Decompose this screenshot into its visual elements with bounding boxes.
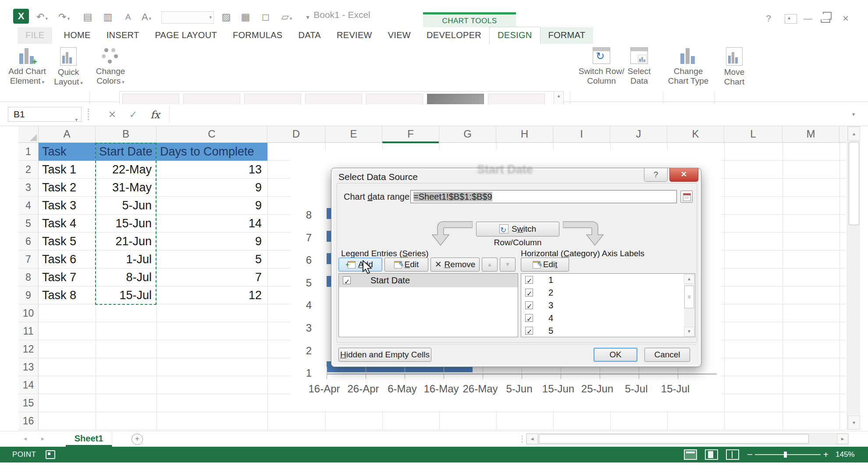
quick-layout-button[interactable]: Quick Layout [51, 47, 86, 88]
ribbon-tab[interactable]: DATA [290, 27, 329, 44]
ribbon-tab[interactable]: INSERT [99, 27, 147, 44]
row-header[interactable]: 2 [18, 161, 38, 179]
column-header[interactable]: K [667, 126, 724, 143]
ribbon-tab[interactable]: PAGE LAYOUT [147, 27, 224, 44]
days-cell[interactable]: 9 [157, 179, 267, 197]
row-header[interactable]: 6 [18, 233, 38, 251]
legend-entries-list[interactable]: Start Date [338, 273, 518, 337]
column-header[interactable]: M [783, 126, 840, 143]
task-cell[interactable]: Task 2 [39, 179, 96, 197]
new-sheet-button[interactable]: + [132, 434, 143, 445]
days-cell[interactable]: 13 [157, 161, 267, 179]
dialog-close-button[interactable]: × [669, 168, 698, 182]
legend-entry-row[interactable]: Start Date [339, 274, 518, 287]
column-header[interactable]: G [439, 126, 496, 143]
zoom-out-icon[interactable]: − [747, 447, 753, 462]
column-header[interactable]: H [496, 126, 553, 143]
horizontal-scroll-thumb[interactable] [539, 434, 809, 444]
cancel-entry-icon[interactable]: ✕ [103, 108, 121, 122]
days-cell[interactable]: 5 [157, 251, 267, 268]
remove-series-button[interactable]: ✕Remove [430, 258, 480, 272]
add-chart-element-button[interactable]: + Add Chart Element [6, 47, 48, 87]
axis-scroll-thumb[interactable]: ≡ [684, 286, 694, 308]
column-header[interactable]: J [610, 126, 667, 143]
checkbox-checked[interactable] [525, 327, 533, 335]
expand-formula-bar-icon[interactable]: ▾ [852, 111, 855, 117]
range-picker-button[interactable] [680, 191, 693, 203]
scroll-left-icon[interactable]: ◂ [526, 434, 538, 444]
scroll-down-icon[interactable]: ▼ [684, 327, 694, 336]
select-data-ribbon-button[interactable]: Select Data [619, 47, 659, 86]
row-header[interactable]: 11 [18, 322, 38, 340]
row-header[interactable]: 16 [18, 412, 38, 430]
edit-axis-labels-button[interactable]: Edit [521, 258, 569, 272]
chart-data-range-input[interactable]: =Sheet1!$B$1:$B$9 [410, 190, 677, 203]
row-header[interactable]: 9 [18, 286, 38, 304]
axis-label-row[interactable]: 5 [521, 325, 695, 337]
vertical-scrollbar[interactable]: ▴ ▾ [847, 126, 860, 430]
task-cell[interactable]: Task 1 [39, 161, 96, 179]
minimize-button[interactable]: — [800, 13, 815, 25]
row-header[interactable]: 5 [18, 215, 38, 233]
change-chart-type-button[interactable]: Change Chart Type [665, 47, 711, 86]
select-all-corner[interactable] [18, 126, 39, 143]
ribbon-tab[interactable]: HOME [56, 27, 98, 44]
ribbon-tab[interactable]: REVIEW [329, 27, 380, 44]
enter-entry-icon[interactable]: ✓ [125, 108, 142, 122]
move-chart-button[interactable]: Move Chart [717, 47, 751, 87]
task-cell[interactable]: Task 8 [39, 286, 96, 304]
task-cell[interactable]: Task 5 [39, 233, 96, 251]
cell-A1[interactable]: Task [39, 143, 96, 161]
change-colors-button[interactable]: Change Colors [93, 47, 128, 87]
checkbox-checked[interactable] [525, 289, 533, 297]
axis-list-scrollbar[interactable]: ▲ ≡ ▼ [684, 274, 694, 336]
sheet-tab-active[interactable]: Sheet1 [66, 431, 112, 447]
checkbox-checked[interactable] [343, 276, 351, 284]
task-cell[interactable]: Task 3 [39, 197, 96, 215]
axis-label-row[interactable]: 2 [521, 286, 695, 299]
checkbox-checked[interactable] [525, 301, 533, 309]
ribbon-tab[interactable]: VIEW [380, 27, 419, 44]
cancel-button[interactable]: Cancel [644, 348, 690, 362]
scroll-right-icon[interactable]: ▸ [837, 434, 848, 444]
column-header[interactable]: C [157, 126, 267, 143]
row-header[interactable]: 8 [18, 268, 38, 286]
move-series-up-button[interactable]: ▲ [482, 258, 498, 272]
axis-label-row[interactable]: 4 [521, 312, 695, 325]
column-header[interactable]: F [382, 126, 439, 143]
help-button[interactable]: ? [761, 13, 776, 25]
checkbox-checked[interactable] [525, 314, 533, 322]
ribbon-display-options-button[interactable] [785, 14, 797, 24]
vertical-scroll-thumb[interactable] [849, 142, 859, 225]
axis-label-row[interactable]: 3 [521, 299, 695, 312]
ok-button[interactable]: OK [594, 348, 637, 362]
page-layout-view-icon[interactable] [705, 449, 718, 460]
row-header[interactable]: 3 [18, 179, 38, 197]
horizontal-scrollbar[interactable]: ◂ ▸ [526, 433, 849, 445]
hidden-and-empty-cells-button[interactable]: Hidden and Empty Cells [338, 348, 431, 362]
row-header[interactable]: 10 [18, 304, 38, 322]
column-header[interactable]: B [96, 126, 157, 143]
normal-view-icon[interactable] [684, 449, 697, 460]
name-box[interactable]: B1▾ [8, 107, 82, 122]
column-header[interactable]: A [39, 126, 96, 143]
add-series-button[interactable]: Add [338, 258, 382, 272]
row-header[interactable]: 14 [18, 376, 38, 394]
zoom-in-icon[interactable]: + [823, 447, 829, 462]
zoom-slider-thumb[interactable] [784, 452, 787, 458]
edit-series-button[interactable]: Edit [384, 258, 428, 272]
ribbon-tab[interactable]: DESIGN [489, 27, 540, 44]
move-series-down-button[interactable]: ▼ [500, 258, 516, 272]
switch-row-column-button[interactable]: Switch Row/Column [476, 222, 559, 236]
days-cell[interactable]: 9 [157, 197, 267, 215]
zoom-percentage[interactable]: 145% [836, 447, 854, 462]
column-header[interactable]: I [553, 126, 610, 143]
row-header[interactable]: 4 [18, 197, 38, 215]
days-cell[interactable]: 14 [157, 215, 267, 233]
prev-sheet-icon[interactable]: ◂ [24, 435, 27, 442]
axis-labels-list[interactable]: 1 2 3 4 [521, 273, 695, 337]
ribbon-tab[interactable]: FORMAT [541, 27, 594, 44]
gallery-up-icon[interactable]: ▴ [558, 93, 560, 99]
column-header[interactable]: E [325, 126, 382, 143]
checkbox-checked[interactable] [525, 276, 533, 284]
